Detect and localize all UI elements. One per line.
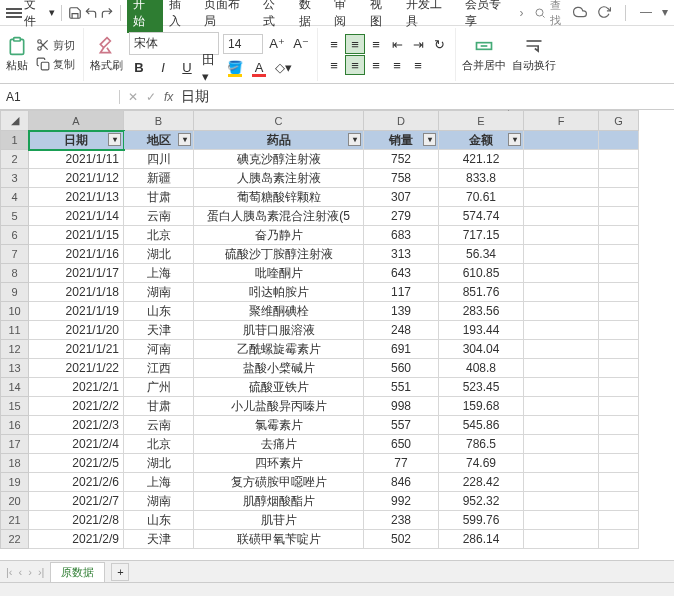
cell[interactable]: 758 — [364, 169, 439, 188]
cell[interactable]: 湖南 — [124, 492, 194, 511]
font-color-button[interactable]: A — [249, 57, 269, 77]
cell[interactable]: 307 — [364, 188, 439, 207]
row-header[interactable]: 18 — [1, 454, 29, 473]
cell[interactable]: 2021/2/7 — [29, 492, 124, 511]
cell[interactable] — [524, 473, 599, 492]
cell[interactable]: 氯霉素片 — [194, 416, 364, 435]
cell[interactable]: 952.32 — [439, 492, 524, 511]
cell[interactable]: 奋乃静片 — [194, 226, 364, 245]
prev-sheet-icon[interactable]: ‹ — [19, 566, 23, 578]
cell[interactable]: 650 — [364, 435, 439, 454]
align-bottom-button[interactable]: ≡ — [366, 34, 386, 54]
row-header[interactable]: 20 — [1, 492, 29, 511]
add-sheet-button[interactable]: + — [111, 563, 129, 581]
column-header-B[interactable]: B — [124, 111, 194, 131]
cell[interactable] — [524, 454, 599, 473]
cell[interactable]: 吡喹酮片 — [194, 264, 364, 283]
clear-format-button[interactable]: ◇▾ — [273, 57, 293, 77]
cell[interactable]: 833.8 — [439, 169, 524, 188]
cell[interactable] — [599, 378, 639, 397]
cell[interactable] — [524, 378, 599, 397]
undo-icon[interactable] — [84, 6, 98, 20]
next-sheet-icon[interactable]: › — [28, 566, 32, 578]
cell[interactable]: 786.5 — [439, 435, 524, 454]
cell[interactable]: 2021/2/1 — [29, 378, 124, 397]
cell[interactable]: 283.56 — [439, 302, 524, 321]
increase-indent-button[interactable]: ⇥ — [408, 34, 428, 54]
row-header[interactable]: 7 — [1, 245, 29, 264]
cell[interactable]: 四环素片 — [194, 454, 364, 473]
orientation-button[interactable]: ↻ — [429, 34, 449, 54]
cell[interactable]: 湖南 — [124, 283, 194, 302]
cell[interactable]: 551 — [364, 378, 439, 397]
cell[interactable]: 2021/1/19 — [29, 302, 124, 321]
row-header[interactable]: 9 — [1, 283, 29, 302]
fill-color-button[interactable]: 🪣 — [225, 57, 245, 77]
cell[interactable]: 硫酸亚铁片 — [194, 378, 364, 397]
paste-button[interactable]: 粘贴 — [6, 28, 28, 81]
menu-icon[interactable] — [6, 8, 22, 18]
header-cell[interactable]: 日期▾ — [29, 131, 124, 150]
cell[interactable] — [524, 530, 599, 549]
cell[interactable]: 肌苷片 — [194, 511, 364, 530]
cell[interactable]: 肌醇烟酸酯片 — [194, 492, 364, 511]
cell[interactable]: 2021/1/12 — [29, 169, 124, 188]
cut-button[interactable]: 剪切 — [34, 37, 77, 54]
cell[interactable]: 545.86 — [439, 416, 524, 435]
cell[interactable] — [524, 226, 599, 245]
cell[interactable]: 2021/1/18 — [29, 283, 124, 302]
minimize-icon[interactable]: — — [640, 5, 652, 21]
cloud-icon[interactable] — [573, 5, 587, 21]
row-header[interactable]: 5 — [1, 207, 29, 226]
cell[interactable]: 盐酸小檗碱片 — [194, 359, 364, 378]
cell[interactable]: 683 — [364, 226, 439, 245]
cell[interactable] — [599, 321, 639, 340]
cell[interactable]: 吲达帕胺片 — [194, 283, 364, 302]
decrease-indent-button[interactable]: ⇤ — [387, 34, 407, 54]
last-sheet-icon[interactable]: ›| — [38, 566, 45, 578]
cell[interactable]: 北京 — [124, 435, 194, 454]
row-header[interactable]: 6 — [1, 226, 29, 245]
more-tabs[interactable]: › — [520, 6, 524, 20]
cell[interactable]: 139 — [364, 302, 439, 321]
cell[interactable] — [599, 188, 639, 207]
row-header[interactable]: 19 — [1, 473, 29, 492]
auto-wrap-button[interactable]: 自动换行 — [512, 28, 556, 81]
column-header-F[interactable]: F — [524, 111, 599, 131]
cell[interactable]: 2021/1/15 — [29, 226, 124, 245]
name-box[interactable]: A1 — [0, 90, 120, 104]
cell[interactable]: 560 — [364, 359, 439, 378]
cell[interactable]: 甘肃 — [124, 188, 194, 207]
cell[interactable] — [599, 131, 639, 150]
cell[interactable]: 2021/2/3 — [29, 416, 124, 435]
cell[interactable]: 238 — [364, 511, 439, 530]
cell[interactable] — [599, 416, 639, 435]
cell[interactable] — [599, 492, 639, 511]
cell[interactable] — [524, 359, 599, 378]
cell[interactable]: 山东 — [124, 302, 194, 321]
cell[interactable]: 复方磺胺甲噁唑片 — [194, 473, 364, 492]
cell[interactable]: 广州 — [124, 378, 194, 397]
cell[interactable] — [524, 188, 599, 207]
cell[interactable]: 421.12 — [439, 150, 524, 169]
row-header[interactable]: 16 — [1, 416, 29, 435]
first-sheet-icon[interactable]: |‹ — [6, 566, 13, 578]
cell[interactable]: 葡萄糖酸锌颗粒 — [194, 188, 364, 207]
cell[interactable]: 159.68 — [439, 397, 524, 416]
cell[interactable]: 752 — [364, 150, 439, 169]
expand-icon[interactable]: ▾ — [662, 5, 668, 21]
cell[interactable] — [524, 150, 599, 169]
cell[interactable]: 2021/2/6 — [29, 473, 124, 492]
cell[interactable]: 304.04 — [439, 340, 524, 359]
filter-icon[interactable]: ▾ — [508, 133, 521, 146]
align-left-button[interactable]: ≡ — [324, 55, 344, 75]
cell[interactable] — [599, 264, 639, 283]
cell[interactable]: 河南 — [124, 340, 194, 359]
cell[interactable] — [524, 397, 599, 416]
align-center-button[interactable]: ≡ — [345, 55, 365, 75]
cell[interactable] — [599, 207, 639, 226]
filter-icon[interactable]: ▾ — [423, 133, 436, 146]
cell[interactable] — [524, 340, 599, 359]
cell[interactable] — [599, 397, 639, 416]
cell[interactable]: 湖北 — [124, 245, 194, 264]
